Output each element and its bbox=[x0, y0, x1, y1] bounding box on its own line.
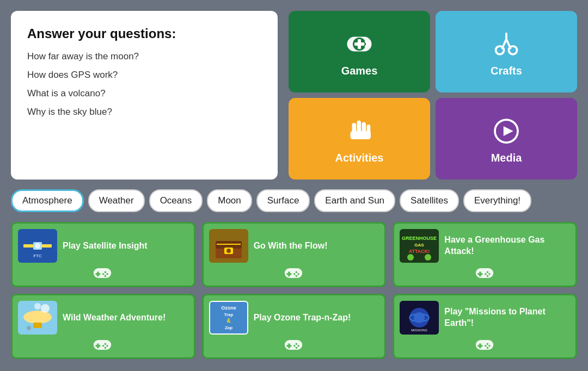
svg-point-69 bbox=[107, 345, 109, 347]
game-thumbnail: FTC bbox=[18, 229, 57, 263]
tag-atmosphere[interactable]: Atmosphere bbox=[11, 189, 84, 212]
svg-point-56 bbox=[488, 273, 491, 275]
games-grid: FTC Play Satellite Insight Go With the F… bbox=[11, 222, 577, 359]
scissors-icon bbox=[490, 28, 523, 60]
svg-text:Zap: Zap bbox=[225, 325, 232, 330]
svg-rect-41 bbox=[286, 273, 291, 275]
gamepad-small-icon bbox=[284, 338, 303, 352]
svg-point-83 bbox=[296, 347, 298, 349]
svg-rect-52 bbox=[475, 268, 493, 278]
svg-point-5 bbox=[367, 42, 370, 45]
game-card[interactable]: Wild Weather Adventure! bbox=[11, 294, 195, 359]
tags-section: AtmosphereWeatherOceansMoonSurfaceEarth … bbox=[11, 189, 577, 212]
tag-moon[interactable]: Moon bbox=[207, 189, 252, 212]
game-title: Play Ozone Trap-n-Zap! bbox=[254, 312, 351, 324]
svg-point-55 bbox=[486, 271, 488, 273]
svg-rect-65 bbox=[94, 340, 111, 350]
qa-heading: Answer your questions: bbox=[27, 26, 261, 41]
category-grid: Games Crafts Activities bbox=[289, 11, 577, 180]
game-title: Have a Greenhouse Gas Attack! bbox=[444, 234, 569, 257]
gamepad-small-icon bbox=[93, 266, 112, 280]
media-button[interactable]: Media bbox=[436, 98, 577, 180]
hand-icon bbox=[343, 115, 376, 147]
gamepad-small-icon bbox=[284, 266, 303, 280]
svg-point-63 bbox=[41, 304, 50, 313]
svg-rect-22 bbox=[23, 244, 33, 248]
activities-label: Activities bbox=[335, 152, 384, 164]
qa-card: Answer your questions: How far away is t… bbox=[11, 11, 278, 180]
svg-rect-80 bbox=[286, 345, 291, 347]
svg-rect-78 bbox=[285, 340, 302, 350]
svg-point-44 bbox=[296, 275, 298, 277]
svg-point-7 bbox=[362, 42, 365, 45]
svg-point-81 bbox=[296, 343, 298, 345]
game-thumbnail bbox=[209, 229, 248, 263]
svg-rect-23 bbox=[42, 244, 52, 248]
svg-line-10 bbox=[503, 39, 507, 48]
tag-oceans[interactable]: Oceans bbox=[149, 189, 203, 212]
game-card[interactable]: Go With the Flow! bbox=[202, 222, 387, 287]
game-card[interactable]: GREENHOUSE GAS ATTACK! Have a Greenhouse… bbox=[393, 222, 577, 287]
svg-point-70 bbox=[105, 347, 107, 349]
svg-point-43 bbox=[297, 273, 299, 275]
svg-point-24 bbox=[35, 243, 40, 249]
game-thumbnail: Ozone Trap & Zap bbox=[209, 301, 248, 335]
tag-earth-and-sun[interactable]: Earth and Sun bbox=[314, 189, 395, 212]
tag-weather[interactable]: Weather bbox=[88, 189, 145, 212]
svg-point-42 bbox=[296, 271, 298, 273]
svg-text:MISSIONS: MISSIONS bbox=[412, 329, 427, 332]
svg-text:&: & bbox=[226, 318, 230, 324]
game-thumbnail bbox=[18, 301, 57, 335]
svg-point-96 bbox=[485, 345, 487, 347]
svg-rect-67 bbox=[96, 345, 101, 347]
svg-point-60 bbox=[23, 311, 52, 324]
svg-rect-61 bbox=[33, 323, 42, 328]
media-label: Media bbox=[491, 152, 522, 164]
games-label: Games bbox=[341, 65, 378, 77]
svg-point-95 bbox=[486, 347, 488, 349]
svg-rect-90 bbox=[475, 340, 493, 350]
svg-point-57 bbox=[486, 275, 488, 277]
game-title: Go With the Flow! bbox=[254, 240, 328, 252]
svg-point-68 bbox=[105, 343, 107, 345]
svg-point-58 bbox=[485, 273, 487, 275]
game-title: Play Satellite Insight bbox=[63, 240, 148, 252]
tag-everything-[interactable]: Everything! bbox=[463, 189, 531, 212]
svg-point-29 bbox=[105, 271, 107, 273]
svg-point-84 bbox=[293, 345, 296, 347]
svg-point-37 bbox=[226, 249, 231, 253]
game-card[interactable]: Ozone Trap & Zap Play Ozone Trap-n-Zap! bbox=[202, 294, 387, 359]
tag-satellites[interactable]: Satellites bbox=[400, 189, 459, 212]
svg-rect-28 bbox=[96, 273, 101, 275]
svg-point-32 bbox=[102, 273, 105, 275]
svg-point-30 bbox=[107, 273, 109, 275]
svg-point-6 bbox=[365, 45, 367, 48]
play-icon bbox=[490, 115, 523, 147]
game-thumbnail: MISSIONS bbox=[400, 301, 439, 335]
svg-rect-92 bbox=[477, 345, 482, 347]
game-title: Wild Weather Adventure! bbox=[63, 312, 166, 324]
svg-rect-39 bbox=[285, 268, 302, 278]
gamepad-small-icon bbox=[93, 338, 112, 352]
crafts-button[interactable]: Crafts bbox=[436, 11, 577, 92]
game-title: Play "Missions to Planet Earth"! bbox=[444, 306, 569, 329]
svg-text:ATTACK!: ATTACK! bbox=[409, 249, 430, 254]
svg-text:Trap: Trap bbox=[224, 312, 233, 317]
game-card[interactable]: MISSIONS Play "Missions to Planet Earth"… bbox=[393, 294, 577, 359]
games-button[interactable]: Games bbox=[289, 11, 430, 92]
qa-question: How does GPS work? bbox=[27, 70, 261, 81]
svg-text:GAS: GAS bbox=[415, 243, 425, 248]
tag-surface[interactable]: Surface bbox=[256, 189, 310, 212]
gamepad-small-icon bbox=[475, 338, 494, 352]
qa-question: How far away is the moon? bbox=[27, 51, 261, 62]
svg-point-51 bbox=[425, 254, 431, 261]
svg-point-4 bbox=[365, 40, 367, 43]
game-card[interactable]: FTC Play Satellite Insight bbox=[11, 222, 195, 287]
svg-point-45 bbox=[293, 273, 296, 275]
svg-point-31 bbox=[105, 275, 107, 277]
svg-text:FTC: FTC bbox=[33, 253, 42, 258]
svg-point-94 bbox=[488, 345, 491, 347]
svg-marker-19 bbox=[504, 126, 513, 136]
activities-button[interactable]: Activities bbox=[289, 98, 430, 180]
svg-point-82 bbox=[297, 345, 299, 347]
